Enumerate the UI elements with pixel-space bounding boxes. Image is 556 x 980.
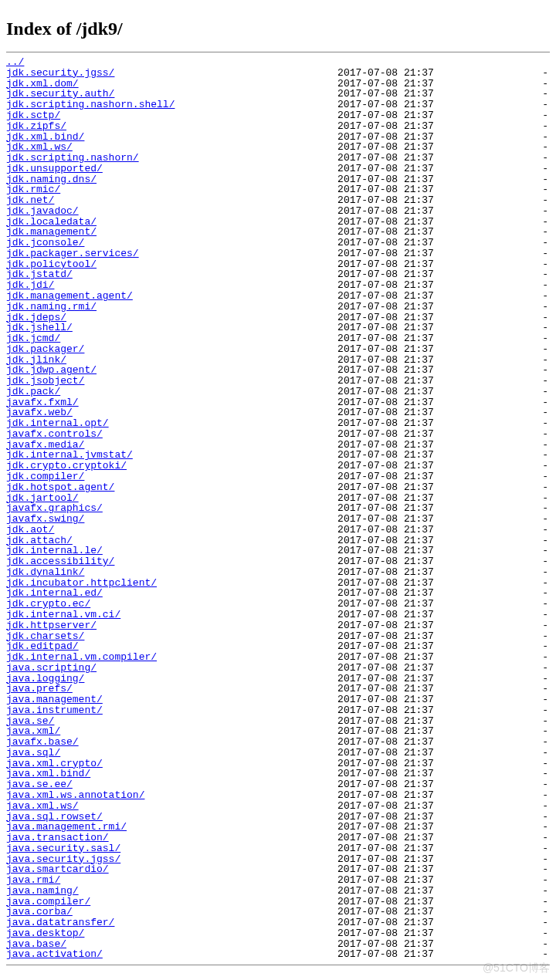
directory-link[interactable]: jdk.jshell/ bbox=[6, 322, 73, 333]
directory-link[interactable]: java.management.rmi/ bbox=[6, 821, 127, 833]
directory-link[interactable]: javafx.media/ bbox=[6, 439, 84, 451]
directory-link[interactable]: jdk.dynalink/ bbox=[6, 566, 84, 578]
listing-meta: 2017-07-08 21:37 - bbox=[97, 364, 548, 376]
directory-link[interactable]: java.prefs/ bbox=[6, 683, 73, 694]
directory-link[interactable]: java.datatransfer/ bbox=[6, 917, 114, 928]
directory-link[interactable]: javafx.fxml/ bbox=[6, 397, 79, 408]
directory-link[interactable]: javafx.web/ bbox=[6, 407, 73, 418]
directory-link[interactable]: jdk.jdeps/ bbox=[6, 312, 66, 323]
listing-meta: 2017-07-08 21:37 - bbox=[97, 620, 548, 631]
directory-link[interactable]: jdk.xml.dom/ bbox=[6, 78, 79, 90]
directory-link[interactable]: jdk.scripting.nashorn.shell/ bbox=[6, 99, 175, 110]
directory-link[interactable]: java.sql.rowset/ bbox=[6, 811, 103, 823]
listing-meta: 2017-07-08 21:37 - bbox=[90, 768, 548, 779]
directory-link[interactable]: jdk.charsets/ bbox=[6, 630, 84, 642]
listing-meta: 2017-07-08 21:37 - bbox=[73, 407, 548, 418]
parent-directory-link[interactable]: ../ bbox=[6, 56, 24, 68]
directory-link[interactable]: javafx.graphics/ bbox=[6, 502, 103, 514]
directory-link[interactable]: jdk.accessibility/ bbox=[6, 556, 114, 567]
directory-link[interactable]: jdk.internal.opt/ bbox=[6, 417, 109, 429]
directory-link[interactable]: jdk.editpad/ bbox=[6, 640, 79, 652]
directory-link[interactable]: jdk.management/ bbox=[6, 226, 97, 238]
directory-link[interactable]: jdk.zipfs/ bbox=[6, 120, 66, 132]
directory-link[interactable]: jdk.compiler/ bbox=[6, 471, 84, 482]
directory-link[interactable]: jdk.crypto.cryptoki/ bbox=[6, 460, 127, 471]
directory-link[interactable]: jdk.xml.ws/ bbox=[6, 141, 73, 153]
listing-meta: 2017-07-08 21:37 - bbox=[54, 279, 548, 291]
directory-link[interactable]: java.security.jgss/ bbox=[6, 853, 120, 865]
listing-meta: 2017-07-08 21:37 - bbox=[120, 609, 548, 620]
directory-link[interactable]: java.transaction/ bbox=[6, 832, 109, 843]
directory-link[interactable]: jdk.jsobject/ bbox=[6, 375, 84, 387]
listing-meta: 2017-07-08 21:37 - bbox=[84, 343, 548, 355]
listing-meta: 2017-07-08 21:37 - bbox=[60, 110, 548, 121]
directory-link[interactable]: jdk.jcmd/ bbox=[6, 333, 60, 344]
directory-link[interactable]: jdk.xml.bind/ bbox=[6, 131, 84, 143]
directory-link[interactable]: jdk.naming.dns/ bbox=[6, 174, 97, 185]
directory-link[interactable]: jdk.internal.vm.ci/ bbox=[6, 609, 120, 620]
directory-link[interactable]: java.desktop/ bbox=[6, 928, 84, 939]
directory-link[interactable]: java.xml.crypto/ bbox=[6, 758, 103, 769]
directory-link[interactable]: java.compiler/ bbox=[6, 896, 90, 907]
directory-link[interactable]: java.base/ bbox=[6, 938, 66, 950]
directory-link[interactable]: java.activation/ bbox=[6, 948, 103, 960]
directory-link[interactable]: jdk.naming.rmi/ bbox=[6, 301, 97, 313]
listing-meta: 2017-07-08 21:37 - bbox=[54, 194, 548, 206]
directory-link[interactable]: jdk.packager/ bbox=[6, 343, 84, 355]
directory-link[interactable]: java.instrument/ bbox=[6, 705, 103, 716]
directory-link[interactable]: jdk.management.agent/ bbox=[6, 290, 133, 302]
directory-link[interactable]: java.rmi/ bbox=[6, 874, 60, 886]
directory-link[interactable]: java.scripting/ bbox=[6, 662, 97, 674]
directory-link[interactable]: java.se/ bbox=[6, 715, 54, 727]
directory-link[interactable]: java.xml/ bbox=[6, 725, 60, 737]
directory-link[interactable]: jdk.rmic/ bbox=[6, 184, 60, 195]
directory-link[interactable]: jdk.jdi/ bbox=[6, 279, 54, 291]
directory-link[interactable]: java.security.sasl/ bbox=[6, 843, 120, 854]
directory-link[interactable]: jdk.httpserver/ bbox=[6, 620, 97, 631]
directory-link[interactable]: jdk.aot/ bbox=[6, 524, 54, 536]
directory-link[interactable]: java.smartcardio/ bbox=[6, 863, 109, 875]
directory-link[interactable]: java.xml.bind/ bbox=[6, 768, 90, 779]
listing-meta: 2017-07-08 21:37 - bbox=[79, 78, 549, 90]
directory-link[interactable]: jdk.pack/ bbox=[6, 386, 60, 397]
listing-meta: 2017-07-08 21:37 - bbox=[127, 460, 548, 471]
listing-meta: 2017-07-08 21:37 - bbox=[103, 811, 548, 823]
directory-link[interactable]: jdk.security.jgss/ bbox=[6, 67, 114, 79]
listing-meta: 2017-07-08 21:37 - bbox=[84, 630, 548, 642]
directory-link[interactable]: javafx.base/ bbox=[6, 736, 79, 748]
directory-link[interactable]: jdk.crypto.ec/ bbox=[6, 598, 90, 610]
directory-link[interactable]: java.management/ bbox=[6, 694, 103, 705]
directory-link[interactable]: jdk.sctp/ bbox=[6, 110, 60, 121]
directory-link[interactable]: java.xml.ws/ bbox=[6, 800, 79, 812]
directory-link[interactable]: jdk.jconsole/ bbox=[6, 237, 84, 248]
directory-link[interactable]: java.naming/ bbox=[6, 885, 79, 897]
directory-link[interactable]: jdk.scripting.nashorn/ bbox=[6, 152, 139, 164]
directory-link[interactable]: jdk.jlink/ bbox=[6, 354, 66, 366]
directory-link[interactable]: jdk.attach/ bbox=[6, 535, 73, 546]
directory-link[interactable]: jdk.internal.vm.compiler/ bbox=[6, 651, 157, 663]
directory-link[interactable]: jdk.javadoc/ bbox=[6, 205, 79, 217]
directory-link[interactable]: jdk.packager.services/ bbox=[6, 248, 139, 259]
directory-link[interactable]: java.se.ee/ bbox=[6, 779, 73, 790]
directory-link[interactable]: jdk.incubator.httpclient/ bbox=[6, 577, 157, 589]
directory-link[interactable]: jdk.localedata/ bbox=[6, 216, 97, 228]
directory-link[interactable]: jdk.jdwp.agent/ bbox=[6, 364, 97, 376]
directory-link[interactable]: jdk.jstatd/ bbox=[6, 269, 73, 280]
directory-link[interactable]: jdk.internal.ed/ bbox=[6, 587, 103, 599]
directory-link[interactable]: java.sql/ bbox=[6, 747, 60, 759]
directory-link[interactable]: javafx.swing/ bbox=[6, 513, 84, 525]
directory-link[interactable]: jdk.jartool/ bbox=[6, 492, 79, 504]
directory-link[interactable]: java.corba/ bbox=[6, 906, 73, 917]
directory-link[interactable]: javafx.controls/ bbox=[6, 428, 103, 440]
directory-link[interactable]: jdk.unsupported/ bbox=[6, 163, 103, 174]
directory-link[interactable]: jdk.net/ bbox=[6, 194, 54, 206]
directory-link[interactable]: jdk.internal.jvmstat/ bbox=[6, 449, 133, 461]
directory-link[interactable]: jdk.security.auth/ bbox=[6, 88, 114, 100]
listing-meta: 2017-07-08 21:37 - bbox=[114, 88, 548, 100]
directory-link[interactable]: java.logging/ bbox=[6, 673, 84, 684]
directory-link[interactable]: java.xml.ws.annotation/ bbox=[6, 789, 144, 801]
listing-meta: 2017-07-08 21:37 - bbox=[127, 821, 548, 833]
directory-link[interactable]: jdk.internal.le/ bbox=[6, 545, 103, 556]
directory-link[interactable]: jdk.policytool/ bbox=[6, 259, 97, 270]
directory-link[interactable]: jdk.hotspot.agent/ bbox=[6, 482, 114, 493]
